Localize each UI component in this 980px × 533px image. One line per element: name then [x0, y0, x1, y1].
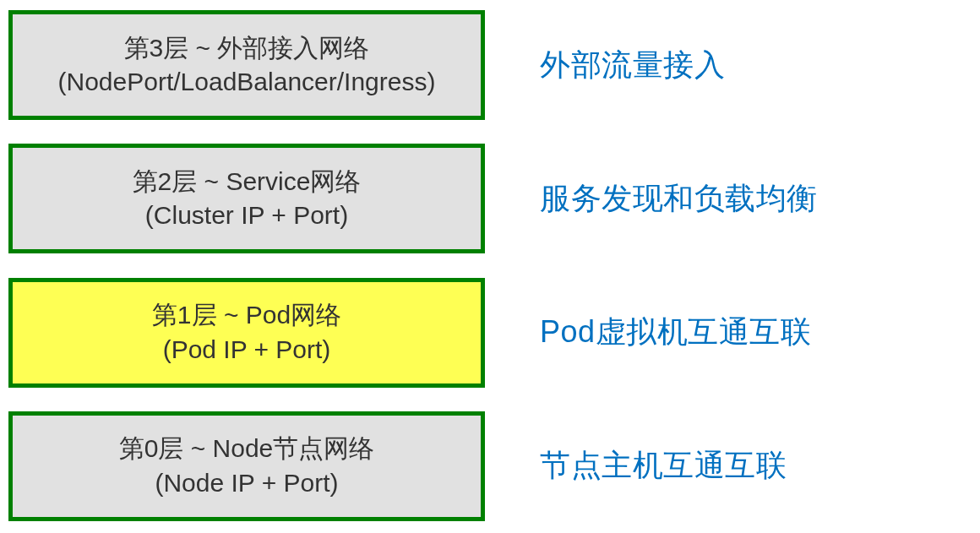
layer-row-0: 第0层 ~ Node节点网络 (Node IP + Port) 节点主机互通互联 [8, 411, 972, 521]
layer0-description: 节点主机互通互联 [540, 445, 787, 487]
layer3-detail: (NodePort/LoadBalancer/Ingress) [58, 65, 436, 100]
layer1-description: Pod虚拟机互通互联 [540, 312, 811, 353]
layer3-description: 外部流量接入 [540, 45, 725, 86]
layer1-title: 第1层 ~ Pod网络 [152, 298, 341, 333]
layer0-detail: (Node IP + Port) [155, 466, 338, 501]
layer-row-2: 第2层 ~ Service网络 (Cluster IP + Port) 服务发现… [8, 144, 972, 253]
layer3-title: 第3层 ~ 外部接入网络 [124, 31, 370, 66]
layer-row-1: 第1层 ~ Pod网络 (Pod IP + Port) Pod虚拟机互通互联 [8, 278, 972, 388]
layer2-description: 服务发现和负载均衡 [540, 178, 818, 220]
k8s-network-layers-diagram: 第3层 ~ 外部接入网络 (NodePort/LoadBalancer/Ingr… [0, 0, 980, 533]
layer-row-3: 第3层 ~ 外部接入网络 (NodePort/LoadBalancer/Ingr… [8, 10, 972, 120]
layer-box-3-external-access: 第3层 ~ 外部接入网络 (NodePort/LoadBalancer/Ingr… [8, 10, 485, 120]
layer2-title: 第2层 ~ Service网络 [133, 165, 362, 199]
layer-box-0-node-network: 第0层 ~ Node节点网络 (Node IP + Port) [8, 411, 485, 521]
layer-box-2-service-network: 第2层 ~ Service网络 (Cluster IP + Port) [8, 144, 485, 253]
layer1-detail: (Pod IP + Port) [163, 333, 331, 367]
layer0-title: 第0层 ~ Node节点网络 [119, 432, 375, 466]
layer-box-1-pod-network: 第1层 ~ Pod网络 (Pod IP + Port) [8, 278, 485, 388]
layer2-detail: (Cluster IP + Port) [145, 199, 348, 233]
